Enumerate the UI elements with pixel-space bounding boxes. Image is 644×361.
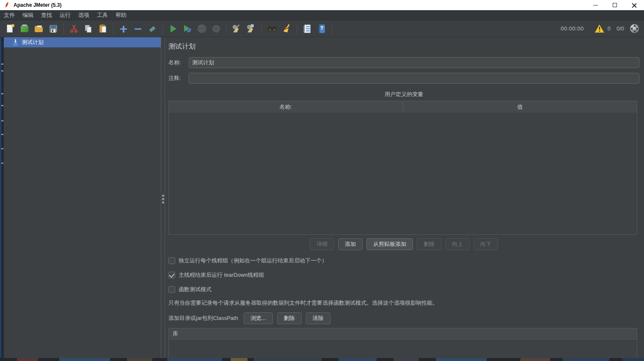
classpath-clear-button[interactable]: 清除 bbox=[306, 312, 330, 324]
toolbar-group-run: STOP bbox=[163, 23, 227, 35]
reset-search-button[interactable] bbox=[280, 23, 293, 35]
test-plan-tree: 测试计划 bbox=[4, 37, 161, 361]
classpath-row: 添加目录或jar包到ClassPath 浏览... 删除 清除 bbox=[168, 312, 639, 324]
toggle-arrows-icon bbox=[148, 24, 157, 33]
function-helper-button[interactable] bbox=[301, 23, 314, 35]
serialize-threadgroups-label: 独立运行每个线程组（例如在一个组运行结束后启动下一个） bbox=[179, 257, 327, 265]
reset-search-brush-icon bbox=[282, 24, 291, 33]
toolbar: STOP ? 00:00:00 0 0/0 bbox=[0, 20, 644, 37]
classpath-label: 添加目录或jar包到ClassPath bbox=[168, 314, 238, 322]
collapse-button[interactable] bbox=[132, 23, 144, 35]
variables-table-body[interactable] bbox=[169, 113, 637, 234]
variables-table: 名称: 值 bbox=[168, 101, 637, 235]
minimize-button[interactable] bbox=[586, 0, 605, 10]
function-helper-icon bbox=[303, 24, 312, 33]
paste-button[interactable] bbox=[96, 23, 109, 35]
clear-broom-icon bbox=[232, 24, 242, 33]
help-book-icon: ? bbox=[317, 24, 326, 33]
comment-field-row: 注释: bbox=[168, 73, 639, 84]
cut-button[interactable] bbox=[68, 23, 80, 35]
open-file-button[interactable] bbox=[33, 23, 45, 35]
menu-tools[interactable]: 工具 bbox=[93, 10, 112, 20]
splitter-grip-icon[interactable] bbox=[162, 195, 164, 204]
menu-edit[interactable]: 编辑 bbox=[19, 10, 37, 20]
browse-button[interactable]: 浏览... bbox=[244, 312, 273, 324]
title-bar: Apache JMeter (5.3) bbox=[0, 0, 644, 10]
classpath-delete-button[interactable]: 删除 bbox=[277, 312, 302, 324]
save-button[interactable] bbox=[47, 23, 60, 35]
library-body[interactable] bbox=[169, 339, 637, 361]
menu-file[interactable]: 文件 bbox=[0, 10, 19, 20]
close-icon bbox=[632, 3, 637, 8]
library-header[interactable]: 库 bbox=[169, 328, 637, 339]
tree-item-test-plan[interactable]: 测试计划 bbox=[4, 37, 161, 47]
serialize-threadgroups-row: 独立运行每个线程组（例如在一个组运行结束后启动下一个） bbox=[168, 257, 639, 265]
warning-count: 0 bbox=[608, 25, 611, 32]
name-field-row: 名称: bbox=[168, 57, 639, 68]
menu-bar: 文件 编辑 查找 运行 选项 工具 帮助 bbox=[0, 10, 644, 20]
teardown-on-shutdown-label: 主线程结束后运行 tearDown线程组 bbox=[179, 271, 264, 279]
thread-counts: 0/0 bbox=[616, 25, 624, 32]
shutdown-button bbox=[210, 23, 223, 35]
panel-splitter[interactable] bbox=[161, 37, 165, 361]
column-name[interactable]: 名称: bbox=[169, 101, 403, 113]
column-value[interactable]: 值 bbox=[403, 101, 637, 113]
menu-options[interactable]: 选项 bbox=[74, 10, 93, 20]
variables-buttons: 详细 添加 从剪贴板添加 删除 向上 向下 bbox=[168, 238, 639, 250]
close-button[interactable] bbox=[625, 0, 644, 10]
paste-clipboard-icon bbox=[98, 24, 107, 33]
detail-button[interactable]: 详细 bbox=[310, 238, 334, 250]
cut-scissors-icon bbox=[69, 24, 79, 33]
templates-icon bbox=[20, 24, 29, 33]
shutdown-icon bbox=[212, 24, 221, 33]
serialize-threadgroups-checkbox[interactable] bbox=[168, 257, 175, 264]
test-plan-editor: 测试计划 名称: 注释: 用户定义的变量 名称: 值 详细 添加 从剪贴板添加 … bbox=[165, 37, 644, 361]
name-input[interactable] bbox=[189, 57, 639, 68]
functional-mode-note: 只有当你需要记录每个请求从服务器取得的数据到文件时才需要选择函数测试模式。选择这… bbox=[168, 299, 639, 307]
menu-run[interactable]: 运行 bbox=[56, 10, 74, 20]
remote-start-globe-icon[interactable] bbox=[630, 24, 639, 33]
new-file-icon bbox=[6, 24, 15, 33]
start-no-timers-icon bbox=[183, 24, 192, 33]
help-button[interactable]: ? bbox=[315, 23, 328, 35]
start-no-timers-button[interactable] bbox=[181, 23, 194, 35]
taskbar-sliver bbox=[0, 358, 644, 361]
menu-help[interactable]: 帮助 bbox=[112, 10, 130, 20]
window-controls bbox=[586, 0, 644, 10]
comment-input[interactable] bbox=[189, 73, 639, 84]
up-button[interactable]: 向上 bbox=[445, 238, 470, 250]
delete-button[interactable]: 删除 bbox=[417, 238, 441, 250]
templates-button[interactable] bbox=[18, 23, 31, 35]
clear-button[interactable] bbox=[231, 23, 243, 35]
functional-mode-row: 函数测试模式 bbox=[168, 286, 639, 293]
copy-button[interactable] bbox=[82, 23, 95, 35]
minimize-icon bbox=[593, 5, 598, 6]
new-file-button[interactable] bbox=[4, 23, 17, 35]
toggle-button[interactable] bbox=[146, 23, 159, 35]
search-button[interactable] bbox=[266, 23, 278, 35]
toolbar-group-expand bbox=[113, 23, 163, 35]
background-window-edge bbox=[0, 37, 4, 361]
toolbar-group-search bbox=[262, 23, 297, 35]
test-plan-flask-icon bbox=[13, 39, 18, 46]
copy-icon bbox=[84, 24, 93, 33]
menu-search[interactable]: 查找 bbox=[37, 10, 56, 20]
maximize-button[interactable] bbox=[605, 0, 625, 10]
jmeter-logo-icon bbox=[4, 2, 10, 8]
toolbar-group-clipboard bbox=[64, 23, 113, 35]
comment-label: 注释: bbox=[168, 74, 189, 82]
minus-icon bbox=[133, 24, 143, 33]
functional-mode-checkbox[interactable] bbox=[168, 286, 175, 293]
add-from-clipboard-button[interactable]: 从剪贴板添加 bbox=[366, 238, 413, 250]
log-warnings[interactable]: 0 bbox=[595, 25, 611, 33]
plus-icon bbox=[119, 24, 128, 33]
teardown-on-shutdown-checkbox[interactable] bbox=[168, 272, 175, 278]
add-button[interactable]: 添加 bbox=[338, 238, 363, 250]
maximize-icon bbox=[613, 3, 617, 7]
variables-title: 用户定义的变量 bbox=[168, 91, 639, 98]
down-button[interactable]: 向下 bbox=[473, 238, 498, 250]
expand-button[interactable] bbox=[117, 23, 130, 35]
start-button[interactable] bbox=[167, 23, 179, 35]
stop-icon: STOP bbox=[197, 24, 206, 33]
clear-all-button[interactable] bbox=[245, 23, 258, 35]
